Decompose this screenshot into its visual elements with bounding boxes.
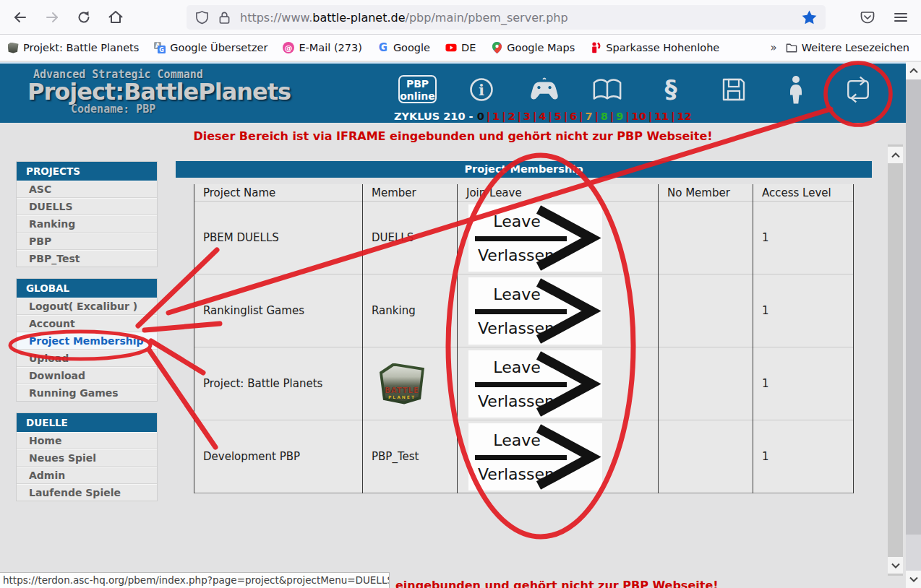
iframe-warning-text: Dieser Bereich ist via IFRAME eingebunde… — [0, 129, 906, 143]
col-header-member: Member — [362, 184, 457, 201]
project-membership-panel: Project Membership Project Name Member J… — [176, 161, 872, 178]
leave-button[interactable]: LeaveVerlassen — [468, 204, 602, 272]
youtube-favicon — [445, 42, 457, 53]
join-leave-cell: LeaveVerlassen — [457, 347, 658, 420]
table-row: Development PBP PBP_Test LeaveVerlassen … — [194, 420, 854, 493]
sidebar-item-ranking[interactable]: Ranking — [17, 215, 157, 233]
sidebar-item-laufende-spiele[interactable]: Laufende Spiele — [17, 484, 157, 501]
cycle-number-2[interactable]: 2 — [507, 111, 515, 122]
sparkasse-favicon — [590, 42, 601, 53]
cycle-number-1[interactable]: 1 — [492, 111, 500, 122]
reload-button[interactable] — [72, 6, 95, 29]
sidebar-item-running-games[interactable]: Running Games — [17, 384, 157, 401]
bookmark-email[interactable]: @ E-Mail (273) — [283, 42, 361, 53]
lock-icon[interactable] — [218, 11, 231, 25]
more-bookmarks-button[interactable]: Weitere Lesezeichen — [786, 42, 909, 53]
sidebar-section-duelle: DUELLE Home Neues Spiel Admin Laufende S… — [16, 412, 158, 501]
battle-planets-favicon — [7, 42, 19, 53]
sidebar-item-duells[interactable]: DUELLS — [17, 198, 157, 215]
cycle-number-10[interactable]: 10 — [632, 111, 646, 122]
cycle-loop-button[interactable] — [842, 74, 874, 105]
cycle-number-8[interactable]: 8 — [601, 111, 608, 122]
paragraph-icon: § — [659, 75, 683, 104]
games-button[interactable] — [528, 74, 560, 105]
bookmark-google[interactable]: G Google — [377, 42, 430, 53]
sidebar-item-home[interactable]: Home — [17, 432, 157, 449]
cycle-number-11[interactable]: 11 — [654, 111, 669, 122]
project-membership-table: Project Name Member Join Leave No Member… — [194, 184, 854, 493]
sidebar-item-upload[interactable]: Upload — [17, 350, 157, 367]
forward-button[interactable] — [40, 6, 64, 29]
leave-button[interactable]: LeaveVerlassen — [468, 350, 602, 418]
hamburger-icon — [894, 10, 908, 25]
table-border-line — [194, 184, 194, 493]
more-bookmarks-label: Weitere Lesezeichen — [802, 42, 909, 53]
home-button[interactable] — [104, 6, 127, 29]
iframe-scrollbar[interactable] — [888, 144, 903, 576]
bookmark-google-maps[interactable]: Google Maps — [491, 42, 575, 53]
sidebar-item-admin[interactable]: Admin — [17, 467, 157, 484]
maps-pin-favicon — [491, 42, 502, 53]
sidebar-item-pbp[interactable]: PBP — [17, 233, 157, 250]
shield-icon[interactable] — [195, 10, 209, 25]
account-button[interactable] — [780, 74, 812, 105]
leave-button[interactable]: LeaveVerlassen — [468, 277, 602, 345]
page-scroll-up-button[interactable] — [906, 62, 921, 79]
sidebar-item-logout[interactable]: Logout( Excalibur ) — [17, 298, 157, 315]
cycle-number-5[interactable]: 5 — [554, 111, 562, 122]
menu-button[interactable] — [889, 6, 912, 29]
rules-button[interactable]: § — [655, 74, 687, 105]
status-bar-link-preview: https://terdon.asc-hq.org/pbem/index.php… — [0, 572, 390, 588]
cycle-number-9[interactable]: 9 — [616, 111, 623, 122]
join-leave-cell: LeaveVerlassen — [457, 274, 658, 347]
bookmark-sparkasse[interactable]: Sparkasse Hohenlohe — [590, 42, 719, 53]
bookmarks-overflow-button[interactable]: » — [771, 41, 776, 54]
iframe-scroll-up-button[interactable] — [888, 147, 903, 163]
info-icon: i — [469, 77, 494, 102]
url-text[interactable]: https://www.battle-planet.de/pbp/main/pb… — [240, 11, 568, 25]
sidebar-item-project-membership[interactable]: Project Membership — [17, 332, 157, 350]
sidebar-header-global: GLOBAL — [17, 279, 157, 298]
pbp-online-line1: PBP — [406, 78, 429, 90]
project-name-cell: PBEM DUELLS — [194, 202, 362, 274]
cycle-number-12[interactable]: 12 — [677, 111, 692, 122]
bookmark-google-translate[interactable]: AG Google Übersetzer — [154, 42, 267, 53]
bookmark-youtube-de[interactable]: DE — [445, 42, 476, 53]
bookmarks-right-group: » Weitere Lesezeichen — [771, 41, 909, 54]
reload-icon — [77, 10, 91, 25]
col-header-no-member: No Member — [658, 184, 753, 201]
no-member-cell — [658, 420, 753, 493]
sidebar-item-download[interactable]: Download — [17, 367, 157, 384]
pocket-button[interactable] — [856, 6, 879, 29]
leave-button[interactable]: LeaveVerlassen — [468, 423, 602, 490]
page-scrollbar[interactable] — [906, 62, 921, 588]
svg-text:G: G — [160, 47, 165, 53]
site-codename: Codename: PBP — [71, 103, 155, 116]
sidebar-header-projects: PROJECTS — [17, 162, 157, 181]
cycle-number-4[interactable]: 4 — [539, 111, 546, 122]
pbp-online-button[interactable]: PBP online — [398, 75, 437, 103]
bookmark-battle-planets[interactable]: Projekt: Battle Planets — [7, 42, 139, 53]
iframe-scroll-down-button[interactable] — [888, 557, 903, 574]
address-bar[interactable]: https://www.battle-planet.de/pbp/main/pb… — [187, 5, 826, 30]
page-scroll-down-button[interactable] — [906, 571, 921, 588]
sidebar-item-account[interactable]: Account — [17, 315, 157, 332]
save-button[interactable] — [718, 74, 750, 105]
col-header-join-leave: Join Leave — [457, 184, 658, 201]
sidebar-item-neues-spiel[interactable]: Neues Spiel — [17, 449, 157, 467]
cycle-number-0[interactable]: 0 — [477, 111, 484, 122]
page-scrollbar-thumb[interactable] — [906, 79, 921, 535]
back-button[interactable] — [9, 6, 32, 29]
home-icon — [108, 9, 124, 25]
cycle-number-3[interactable]: 3 — [523, 111, 531, 122]
cycle-number-7[interactable]: 7 — [585, 111, 592, 122]
sidebar-item-pbp-test[interactable]: PBP_Test — [17, 250, 157, 267]
info-button[interactable]: i — [466, 74, 497, 105]
manual-button[interactable] — [591, 74, 623, 105]
join-leave-cell: LeaveVerlassen — [457, 420, 658, 493]
table-border-line — [457, 184, 458, 493]
bookmark-star-icon[interactable] — [802, 10, 817, 25]
cycle-number-6[interactable]: 6 — [570, 111, 577, 122]
svg-text:§: § — [665, 75, 677, 103]
sidebar-item-asc[interactable]: ASC — [17, 181, 157, 198]
